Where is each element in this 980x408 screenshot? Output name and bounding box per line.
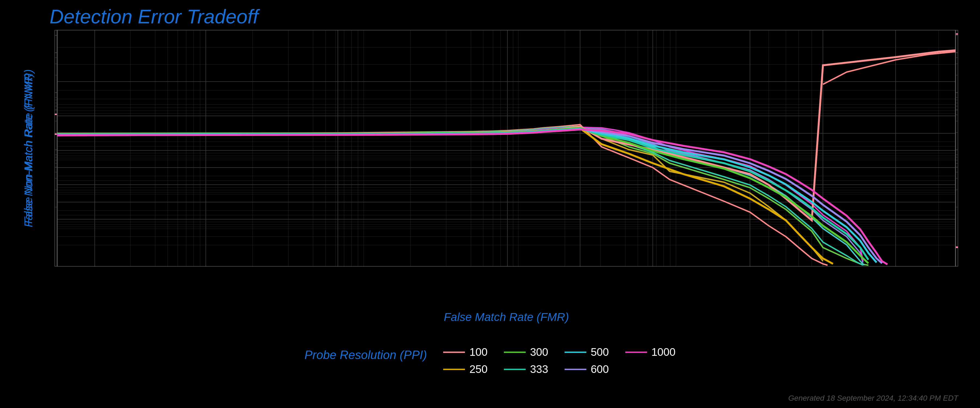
legend-item-1000: 1000 [625, 346, 676, 358]
legend: Probe Resolution (PPI) 100 300 500 [0, 346, 980, 375]
legend-item-500: 500 [565, 346, 609, 358]
legend-label-600: 600 [591, 363, 609, 375]
x-axis-label: False Match Rate (FMR) [54, 311, 958, 324]
generated-text: Generated 18 September 2024, 12:34:40 PM… [788, 394, 958, 403]
legend-row-1: 100 300 500 1000 [443, 346, 675, 358]
line-500 [57, 129, 877, 262]
legend-line-100 [443, 351, 465, 354]
legend-label-333: 333 [530, 363, 548, 375]
legend-label-100: 100 [469, 346, 488, 358]
line-600 [57, 129, 882, 263]
page-container: Detection Error Tradeoff False Non-Match… [0, 0, 980, 408]
line-300 [57, 128, 869, 263]
legend-title: Probe Resolution (PPI) [304, 348, 427, 362]
legend-label-500: 500 [591, 346, 609, 358]
legend-line-1000 [625, 351, 647, 354]
curves-overlay [54, 30, 958, 267]
chart-title: Detection Error Tradeoff [49, 5, 258, 28]
legend-label-250: 250 [469, 363, 488, 375]
legend-row-2: 250 333 600 [443, 363, 675, 375]
legend-line-500 [565, 351, 586, 354]
legend-item-300: 300 [504, 346, 548, 358]
legend-label-300: 300 [530, 346, 548, 358]
legend-line-300 [504, 351, 526, 354]
legend-item-600: 600 [565, 363, 609, 375]
legend-item-250: 250 [443, 363, 488, 375]
legend-label-1000: 1000 [651, 346, 676, 358]
legend-item-333: 333 [504, 363, 548, 375]
legend-line-250 [443, 368, 465, 371]
legend-items: 100 300 500 1000 [443, 346, 675, 375]
legend-line-600 [565, 368, 586, 371]
legend-line-333 [504, 368, 526, 371]
svg-rect-190 [57, 30, 956, 267]
legend-item-100: 100 [443, 346, 488, 358]
line-1000 [57, 129, 888, 264]
line-333 [57, 129, 869, 260]
line-250 [57, 129, 833, 264]
legend-content: Probe Resolution (PPI) 100 300 500 [304, 346, 675, 375]
curves-svg [54, 30, 958, 267]
y-axis-label-container: False Non-Match Rate (FNMR) [5, 30, 52, 267]
